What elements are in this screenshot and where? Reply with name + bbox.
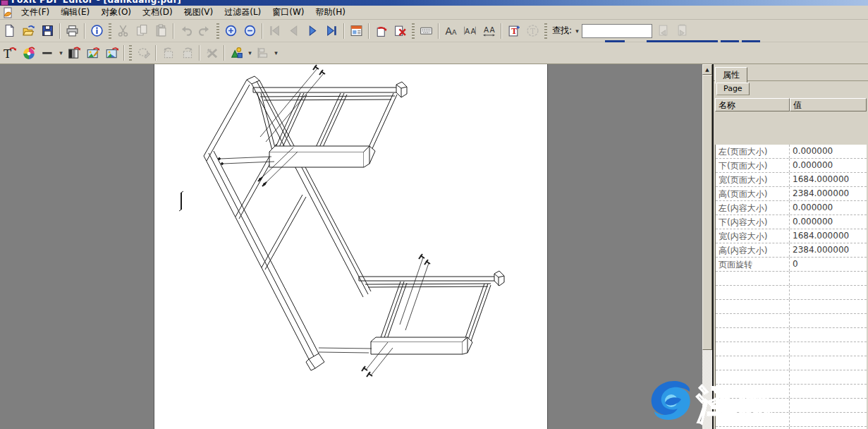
info-icon <box>90 24 104 37</box>
toolbar-separator <box>155 45 157 61</box>
shapes-icon <box>230 46 244 60</box>
menu-window[interactable]: 窗口(W) <box>267 5 310 20</box>
property-value[interactable]: 2384.000000 <box>790 187 867 200</box>
column-header-name[interactable]: 名称 <box>715 98 790 111</box>
next-page-icon <box>306 24 319 37</box>
property-value[interactable]: 0.000000 <box>790 159 867 172</box>
delete-page-button[interactable] <box>391 22 410 40</box>
menu-filter[interactable]: 过滤器(L) <box>219 5 267 20</box>
property-value[interactable]: 1684.000000 <box>790 229 867 243</box>
add-text-icon: T <box>507 24 520 37</box>
empty-row <box>716 413 867 427</box>
property-row[interactable]: 左(内容大小) 0.000000 <box>716 201 867 215</box>
print-button[interactable] <box>63 22 82 40</box>
menu-object[interactable]: 对象(O) <box>95 5 137 20</box>
column-header-value[interactable]: 值 <box>790 98 867 111</box>
property-row[interactable]: 高(内容大小) 2384.000000 <box>716 243 867 258</box>
property-row[interactable]: 宽(内容大小) 1684.000000 <box>716 229 867 243</box>
find-input[interactable] <box>582 24 652 38</box>
document-info-button[interactable] <box>87 22 106 40</box>
svg-text:T: T <box>511 27 517 35</box>
gradient-fill-tool-button[interactable] <box>64 44 83 62</box>
page-tab[interactable]: Page <box>716 83 750 95</box>
zoom-out-button[interactable] <box>240 22 259 40</box>
edit-image-tool-button[interactable] <box>83 44 102 62</box>
menu-edit[interactable]: 编辑(E) <box>55 5 95 20</box>
menu-help[interactable]: 帮助(H) <box>310 5 351 20</box>
toolbar-separator <box>438 23 439 39</box>
toolbar-separator <box>173 23 174 39</box>
copy-icon <box>135 24 149 37</box>
menu-file[interactable]: 文件(F) <box>16 5 55 20</box>
redo-button <box>195 22 214 40</box>
property-row[interactable]: 宽(页面大小) 1684.000000 <box>716 173 867 187</box>
line-style-tool-button[interactable] <box>38 44 57 62</box>
shapes-tool-button[interactable] <box>227 44 246 62</box>
scrollbar-thumb[interactable] <box>702 75 712 350</box>
zoom-in-button[interactable] <box>221 22 240 40</box>
property-row[interactable]: 高(页面大小) 2384.000000 <box>716 187 867 201</box>
align-dropdown-arrow[interactable]: ▾ <box>273 49 279 56</box>
rotate-page-button[interactable] <box>372 22 391 40</box>
pdf-page[interactable] <box>154 64 548 429</box>
redo-icon <box>198 24 212 37</box>
add-text-button[interactable]: T <box>504 22 523 40</box>
toolbar-grip[interactable] <box>544 23 547 39</box>
menu-view[interactable]: 视图(V) <box>178 5 219 20</box>
toolbar-grip[interactable] <box>216 23 219 39</box>
property-value[interactable]: 2384.000000 <box>790 243 867 257</box>
svg-text:A: A <box>465 27 470 35</box>
font-size-button[interactable]: A A <box>441 22 460 40</box>
property-value[interactable]: 0.000000 <box>790 145 867 158</box>
property-row[interactable]: 下(页面大小) 0.000000 <box>716 159 867 173</box>
line-style-dropdown-arrow[interactable]: ▾ <box>58 49 64 56</box>
text-object-tool-button[interactable]: T <box>0 44 19 62</box>
open-file-button[interactable] <box>19 22 38 40</box>
toolbar-separator <box>224 45 225 61</box>
property-name: 宽(页面大小) <box>716 173 790 186</box>
save-file-button[interactable] <box>38 22 57 40</box>
property-value[interactable]: 1684.000000 <box>790 173 867 186</box>
new-document-button[interactable] <box>0 22 19 40</box>
menu-document[interactable]: 文档(D) <box>137 5 178 20</box>
shapes-dropdown-arrow[interactable]: ▾ <box>247 49 253 56</box>
technical-drawing <box>154 64 549 429</box>
gradient-fill-icon <box>67 46 81 60</box>
empty-row <box>716 328 867 342</box>
scroll-up-button[interactable]: ▲ <box>702 64 712 75</box>
vertical-scrollbar[interactable]: ▲ <box>702 64 712 429</box>
letter-widen-button[interactable]: A A <box>479 22 499 40</box>
toolbar-grip[interactable] <box>129 45 132 61</box>
first-page-icon <box>268 24 281 37</box>
color-wheel-tool-button[interactable] <box>19 44 38 62</box>
property-row[interactable]: 下(内容大小) 0.000000 <box>716 215 867 229</box>
find-dropdown-arrow[interactable]: ▾ <box>574 28 580 35</box>
property-row[interactable]: 页面旋转 0 <box>716 258 867 272</box>
new-document-icon <box>3 24 16 37</box>
rotate-object-right-button <box>178 44 197 62</box>
next-page-button[interactable] <box>303 22 322 40</box>
find-next-icon <box>676 24 689 37</box>
panel-title-strip: 属性 <box>714 64 868 81</box>
toolbar-separator <box>501 23 502 39</box>
toolbar-grip[interactable] <box>109 23 111 39</box>
toolbar-separator <box>368 23 369 39</box>
page-layout-button[interactable] <box>347 22 366 40</box>
virtual-keyboard-button[interactable] <box>417 22 436 40</box>
property-value[interactable]: 0.000000 <box>790 201 867 214</box>
delete-object-icon <box>205 46 219 60</box>
replace-image-tool-button[interactable] <box>102 44 121 62</box>
toolbar-separator <box>343 23 345 39</box>
copy-button <box>133 22 152 40</box>
letter-spacing-button[interactable]: A A <box>460 22 479 40</box>
last-page-button[interactable] <box>322 22 341 40</box>
property-value[interactable]: 0.000000 <box>790 215 867 229</box>
panel-tab-strip: Page <box>714 81 868 97</box>
property-row[interactable]: 左(页面大小) 0.000000 <box>716 145 867 159</box>
find-previous-button <box>654 22 673 40</box>
empty-row <box>716 272 867 286</box>
toolbar-grip[interactable] <box>412 23 415 39</box>
property-value[interactable]: 0 <box>790 258 867 271</box>
document-menu-icon[interactable] <box>2 7 13 18</box>
find-label: 查找: <box>552 25 572 37</box>
